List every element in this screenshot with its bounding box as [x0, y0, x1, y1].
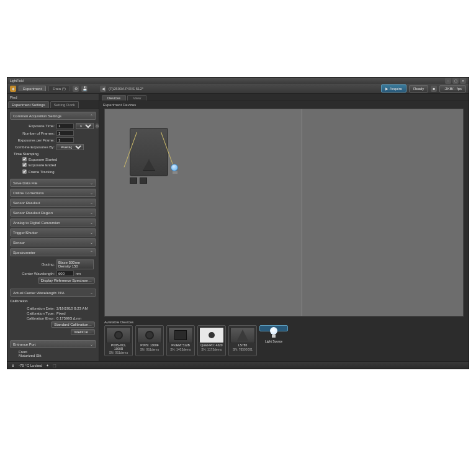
- exposure-ended-checkbox[interactable]: [22, 163, 27, 167]
- tab-view[interactable]: View: [127, 95, 146, 101]
- section-sensor[interactable]: Sensor⌄: [10, 238, 96, 246]
- section-label: Online Corrections: [13, 191, 44, 195]
- settings-icon[interactable]: ⚙: [73, 86, 79, 92]
- doc-prev-icon[interactable]: ◀: [100, 86, 106, 92]
- section-label: Sensor Readout Region: [13, 211, 53, 215]
- close-icon[interactable]: ✕: [460, 78, 466, 84]
- section-sensor-readout-region[interactable]: Sensor Readout Region⌄: [10, 209, 96, 217]
- app-window: LightField – ▢ ✕ ◆ Experiment Data (*) ⚙…: [7, 77, 469, 369]
- section-save-data-file[interactable]: Save Data File⌄: [10, 179, 96, 187]
- device-card[interactable]: PIXIS-XCL 1300R SN: 061demo: [104, 325, 133, 356]
- cal-error-label: Calibration Error:: [14, 317, 55, 320]
- lightbulb-icon: [171, 164, 178, 171]
- device-sn: SN: 78500001: [233, 348, 253, 351]
- exposure-started-label: Exposure Started: [29, 158, 57, 161]
- tab-experiment-settings[interactable]: Experiment Settings: [8, 101, 49, 108]
- acquire-button[interactable]: ▶ Acquire: [381, 84, 406, 92]
- grating-select[interactable]: Blaze 500nm Density 150: [56, 259, 94, 269]
- cal-date-label: Calibration Date:: [14, 307, 55, 310]
- device-name: Light Source: [265, 340, 282, 344]
- available-devices-strip: Available Devices PIXIS-XCL 1300R SN: 06…: [104, 319, 464, 356]
- status-indicator: Ready: [409, 85, 428, 92]
- settings-scroll[interactable]: Common Acquisition Settings ⌃ Exposure T…: [7, 109, 99, 361]
- section-common-acquisition[interactable]: Common Acquisition Settings ⌃: [10, 112, 96, 120]
- section-label: Save Data File: [13, 181, 37, 185]
- cal-date-value: 2/19/2010 8:23 AM: [56, 307, 88, 310]
- camera-attachment-icon: [140, 177, 147, 184]
- link-icon[interactable]: ⬭: [96, 123, 99, 128]
- device-card[interactable]: LS785 SN: 78500001: [228, 325, 257, 356]
- device-canvas[interactable]: [104, 109, 464, 317]
- camera-icon: [199, 327, 224, 343]
- time-stamping-label: Time Stamping: [14, 152, 95, 156]
- status-bar: 🌡 -75 °C Locked ✦ ⬚: [7, 361, 469, 369]
- device-card-selected[interactable]: Light Source: [259, 325, 288, 331]
- intellical-button[interactable]: IntelliCal…: [71, 329, 95, 335]
- minimize-icon[interactable]: –: [445, 78, 451, 84]
- exposure-ended-label: Exposure Ended: [29, 163, 56, 167]
- standard-calibration-button[interactable]: Standard Calibration…: [51, 321, 95, 328]
- acquire-label: Acquire: [390, 87, 402, 91]
- frame-tracking-checkbox[interactable]: [22, 169, 27, 174]
- chevron-down-icon: ⌄: [90, 230, 93, 235]
- section-trigger-shutter[interactable]: Trigger/Shutter⌄: [10, 228, 96, 236]
- chevron-down-icon: ⌄: [90, 210, 93, 215]
- section-label: Trigger/Shutter: [13, 231, 38, 235]
- exposure-started-checkbox[interactable]: [22, 157, 27, 161]
- status-icon[interactable]: ⬚: [53, 363, 56, 367]
- maximize-icon[interactable]: ▢: [452, 78, 459, 84]
- main-toolbar: ◆ Experiment Data (*) ⚙ 💾 ◀ (P)2500A PIX…: [7, 84, 469, 94]
- tab-setting-dock[interactable]: Setting Dock: [50, 101, 79, 108]
- app-menu-icon[interactable]: ◆: [10, 86, 16, 92]
- tab-data[interactable]: Data (*): [48, 86, 70, 91]
- actual-center-label: Actual Center Wavelength: N/A: [13, 291, 65, 295]
- chevron-down-icon: ⌄: [90, 191, 93, 195]
- device-sn: SN: 061demo: [140, 348, 159, 351]
- spectrometer-device[interactable]: [130, 128, 168, 185]
- exposure-time-unit[interactable]: s: [76, 123, 94, 129]
- section-entrance-port[interactable]: Entrance Port⌄: [10, 340, 96, 348]
- tab-experiment[interactable]: Experiment: [19, 86, 46, 91]
- cal-type-label: Calibration Type:: [14, 312, 55, 315]
- temperature-status: -75 °C Locked: [19, 364, 42, 367]
- status-icon[interactable]: ✦: [46, 363, 49, 367]
- chevron-up-icon: ⌃: [90, 250, 93, 254]
- section-label: Analog to Digital Conversion: [13, 221, 60, 225]
- num-frames-input[interactable]: [56, 130, 74, 136]
- exp-per-frame-input[interactable]: [56, 137, 74, 143]
- canvas-right: [302, 109, 463, 316]
- combine-select[interactable]: Average: [56, 144, 84, 150]
- chevron-down-icon: ⌄: [90, 220, 93, 225]
- titlebar: LightField – ▢ ✕: [7, 78, 469, 84]
- window-title: LightField: [10, 79, 24, 83]
- device-card[interactable]: Quad-RO: 4320 SN: 1175demo: [197, 325, 226, 356]
- section-label: Common Acquisition Settings: [13, 114, 61, 118]
- exposure-time-label: Exposure Time:: [14, 124, 55, 128]
- tab-devices[interactable]: Devices: [102, 95, 126, 101]
- light-source-device[interactable]: [171, 164, 179, 175]
- section-sensor-readout[interactable]: Sensor Readout⌄: [10, 199, 96, 207]
- camera-attachment-icon: [130, 177, 137, 184]
- section-online-corrections[interactable]: Online Corrections⌄: [10, 189, 96, 197]
- play-icon: ▶: [385, 87, 388, 91]
- camera-icon: [106, 327, 131, 343]
- spectrometer-icon: [230, 327, 255, 343]
- section-label: Sensor Readout: [13, 201, 40, 205]
- save-icon[interactable]: 💾: [81, 86, 88, 92]
- device-card[interactable]: ProEM: 512B SN: 1402demo: [166, 325, 195, 356]
- section-spectrometer[interactable]: Spectrometer⌃: [10, 248, 96, 256]
- exposure-time-input[interactable]: [56, 123, 74, 129]
- cal-error-value: 0.175993 ∆ nm: [56, 317, 81, 320]
- device-name: PIXIS-XCL 1300R: [106, 344, 131, 351]
- main-area: Find Experiment Settings Setting Dock Co…: [7, 94, 469, 361]
- stop-icon[interactable]: ■: [431, 86, 437, 92]
- side-panel: Find Experiment Settings Setting Dock Co…: [7, 94, 99, 361]
- display-reference-spectrum-button[interactable]: Display Reference Spectrum…: [38, 277, 95, 284]
- thermometer-icon: 🌡: [11, 364, 15, 367]
- actual-center-wavelength: Actual Center Wavelength: N/A ⌄: [10, 289, 96, 297]
- spectrometer-icon: [130, 128, 168, 176]
- section-adc[interactable]: Analog to Digital Conversion⌄: [10, 218, 96, 227]
- chevron-up-icon: ⌃: [90, 114, 93, 118]
- device-card[interactable]: PIXIS: 1300F SN: 061demo: [135, 325, 164, 356]
- center-wavelength-input[interactable]: [56, 271, 74, 276]
